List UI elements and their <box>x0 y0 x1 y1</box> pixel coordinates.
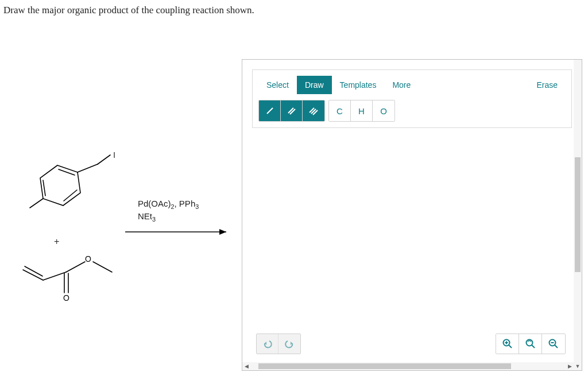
single-bond-icon <box>265 106 275 116</box>
vertical-scroll-thumb[interactable] <box>575 157 581 272</box>
undo-icon <box>262 339 273 349</box>
zoom-fit-button[interactable] <box>519 334 542 354</box>
zoom-group <box>496 334 566 354</box>
structure-editor: Select Draw Templates More Erase C H <box>242 59 582 371</box>
svg-text:O: O <box>85 254 91 263</box>
scroll-left-arrow[interactable]: ◀ <box>242 362 250 370</box>
svg-line-33 <box>555 345 558 348</box>
svg-line-9 <box>43 272 66 280</box>
redo-button[interactable] <box>278 334 300 354</box>
carbon-tool[interactable]: C <box>329 100 351 121</box>
svg-line-4 <box>30 199 43 208</box>
question-text: Draw the major organic product of the co… <box>3 5 254 16</box>
single-bond-tool[interactable] <box>259 100 281 121</box>
zoom-out-button[interactable] <box>542 334 565 354</box>
reactant-1-structure <box>23 154 121 223</box>
horizontal-scroll-thumb[interactable] <box>258 363 511 369</box>
svg-line-31 <box>532 345 535 348</box>
svg-marker-0 <box>40 165 80 205</box>
redo-icon <box>284 339 295 349</box>
oxygen-tool[interactable]: O <box>373 100 394 121</box>
plus-sign: + <box>54 236 59 247</box>
tab-draw[interactable]: Draw <box>297 76 332 94</box>
scroll-right-arrow[interactable]: ▶ <box>566 362 574 370</box>
reagents-label: Pd(OAc)2, PPh3 NEt3 <box>138 198 199 223</box>
tab-erase[interactable]: Erase <box>528 76 566 94</box>
zoom-fit-icon <box>525 338 536 350</box>
tab-select[interactable]: Select <box>258 76 297 94</box>
svg-line-13 <box>93 262 112 272</box>
horizontal-scrollbar[interactable]: ◀ ▶ <box>242 362 574 370</box>
reagent-line-2: NEt3 <box>138 211 199 223</box>
vertical-scrollbar[interactable]: ▼ <box>574 60 582 370</box>
svg-line-12 <box>66 262 85 272</box>
svg-line-6 <box>98 155 110 164</box>
double-bond-icon <box>287 106 297 116</box>
hydrogen-tool[interactable]: H <box>351 100 373 121</box>
triple-bond-icon <box>308 106 319 116</box>
reaction-arrow <box>124 226 233 238</box>
reactant-2-structure: O O <box>17 253 121 304</box>
zoom-in-button[interactable] <box>496 334 519 354</box>
mode-tabs: Select Draw Templates More Erase <box>258 76 566 94</box>
svg-line-8 <box>25 266 42 276</box>
element-tool-group: C H O <box>328 100 395 122</box>
editor-toolbar: Select Draw Templates More Erase C H <box>252 69 572 128</box>
reagent-line-1: Pd(OAc)2, PPh3 <box>138 198 199 211</box>
history-group <box>256 334 301 354</box>
draw-tools-row: C H O <box>258 100 566 122</box>
tab-more[interactable]: More <box>384 76 419 94</box>
svg-line-2 <box>64 190 77 201</box>
svg-line-18 <box>267 108 273 114</box>
zoom-in-icon <box>502 338 513 350</box>
iodine-label: I <box>113 150 115 160</box>
tab-templates[interactable]: Templates <box>332 76 385 94</box>
svg-marker-17 <box>219 229 226 235</box>
scroll-down-arrow[interactable]: ▼ <box>574 362 582 370</box>
svg-line-5 <box>78 164 98 172</box>
svg-line-3 <box>43 180 45 196</box>
triple-bond-tool[interactable] <box>303 100 324 121</box>
bond-tool-group <box>258 100 325 122</box>
svg-line-27 <box>509 345 512 348</box>
undo-button[interactable] <box>257 334 278 354</box>
svg-text:O: O <box>63 293 69 303</box>
zoom-out-icon <box>548 338 559 350</box>
double-bond-tool[interactable] <box>281 100 303 121</box>
